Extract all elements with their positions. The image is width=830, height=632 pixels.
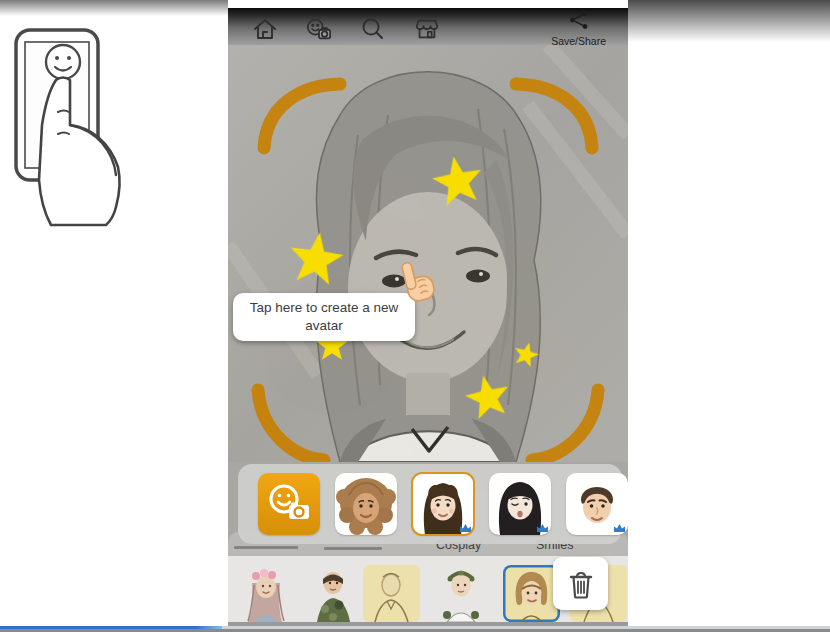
style-yellow-sketch[interactable] — [363, 565, 420, 622]
avatar-long-brown-hair[interactable] — [412, 473, 474, 535]
home-icon — [252, 16, 278, 42]
tab-fragment — [324, 547, 382, 550]
avatar-camera-button[interactable] — [306, 16, 332, 42]
save-share-label: Save/Share — [551, 35, 606, 47]
avatar-curly-hair[interactable] — [335, 473, 397, 535]
style-camo-man[interactable] — [305, 565, 362, 622]
avatar-man-short-hair[interactable] — [566, 473, 628, 535]
crown-badge — [536, 523, 549, 533]
search-icon — [360, 16, 386, 42]
style-bob-selected[interactable] — [503, 565, 560, 622]
video-progress-fill — [0, 626, 222, 629]
trash-icon — [567, 569, 595, 599]
app-toolbar: Save/Share — [228, 8, 628, 45]
portrait-sketch — [228, 45, 628, 462]
home-button[interactable] — [252, 16, 278, 42]
style-flower-hair[interactable] — [238, 565, 295, 622]
video-top-fade-left — [0, 0, 228, 16]
tooltip: Tap here to create a new avatar — [233, 293, 415, 341]
search-button[interactable] — [360, 16, 386, 42]
shop-icon — [414, 16, 440, 42]
phone-tap-illustration — [6, 20, 166, 235]
avatar-camera-icon — [306, 16, 332, 42]
video-seekbar[interactable] — [0, 626, 830, 629]
delete-style-button[interactable] — [553, 557, 608, 610]
tab-fragment — [234, 546, 298, 549]
avatar-carousel — [238, 464, 622, 544]
video-frame: Save/Share — [0, 0, 830, 632]
smiley-camera-icon — [258, 473, 320, 535]
style-wreath[interactable] — [433, 565, 490, 622]
video-top-fade-right — [628, 0, 830, 42]
crown-badge — [613, 523, 626, 533]
crown-badge — [459, 523, 472, 533]
hand-pointer-icon — [394, 258, 438, 306]
app-screen: Save/Share — [228, 8, 628, 632]
share-button[interactable]: Save/Share — [551, 10, 606, 47]
new-avatar-tile[interactable] — [258, 473, 320, 535]
avatar-black-hair-wink[interactable] — [489, 473, 551, 535]
tooltip-text: Tap here to create a new avatar — [241, 299, 407, 334]
share-icon — [568, 10, 590, 30]
shop-button[interactable] — [414, 16, 440, 42]
